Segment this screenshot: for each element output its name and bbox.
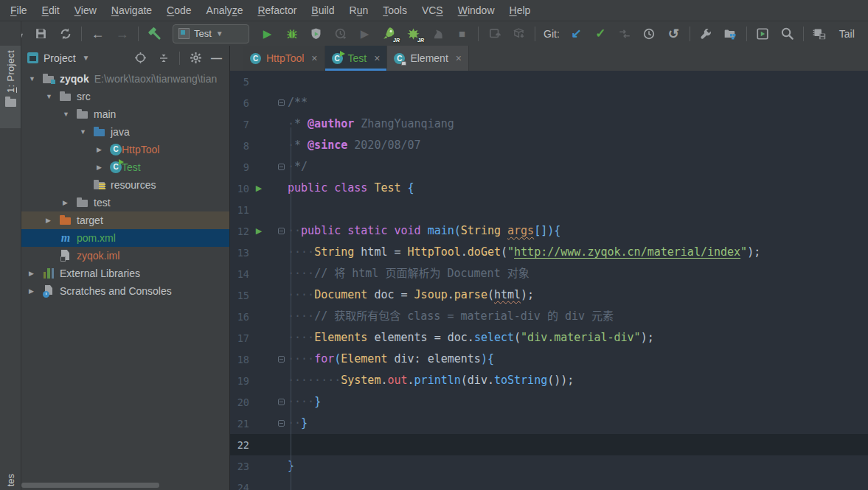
expand-arrow-icon[interactable]: ▼ <box>43 93 59 100</box>
tree-item-src[interactable]: ▼src <box>21 88 229 105</box>
fold-marker-icon[interactable] <box>278 420 285 427</box>
stripe-favorites-button[interactable]: tes <box>0 471 21 490</box>
menu-edit[interactable]: Edit <box>35 1 67 21</box>
tree-item-httptool[interactable]: ▶CHttpTool <box>21 141 229 158</box>
git-commit-icon[interactable]: ✓ <box>588 24 613 43</box>
code-editor[interactable]: 56/**7·* @author ZhangYuanqiang8·* @sinc… <box>230 71 868 490</box>
collapse-all-icon[interactable] <box>156 49 172 68</box>
line-number: 6 <box>230 97 249 109</box>
close-icon[interactable]: × <box>456 52 462 64</box>
line-number: 24 <box>230 482 249 490</box>
git-update-icon[interactable]: ↙ <box>564 24 588 43</box>
menu-build[interactable]: Build <box>304 1 341 21</box>
tree-item-label: java <box>111 126 130 138</box>
jrebel-run-icon[interactable]: JR <box>377 24 401 43</box>
menu-run[interactable]: Run <box>342 1 376 21</box>
locate-file-icon[interactable] <box>132 49 148 68</box>
expand-arrow-icon[interactable]: ▶ <box>26 287 42 295</box>
tree-item-java[interactable]: ▼java <box>21 123 229 141</box>
fold-marker-icon[interactable] <box>278 164 285 170</box>
code-line: 17····Elements elements = doc.select("di… <box>230 327 868 349</box>
expand-arrow-icon[interactable]: ▶ <box>94 146 110 153</box>
fold-marker-icon[interactable] <box>278 356 285 363</box>
project-hscrollbar[interactable] <box>21 483 159 488</box>
build-hammer-icon[interactable] <box>142 24 167 43</box>
tab-label: HttpTool <box>266 52 304 64</box>
tab-element[interactable]: CElement× <box>387 46 469 71</box>
git-rollback-icon[interactable]: ↺ <box>662 24 686 43</box>
code-line: 22 <box>230 434 868 455</box>
tree-item-zyqok[interactable]: ▼zyqokE:\work\taoxi\tianwang\tian <box>21 70 229 88</box>
fold-marker-icon[interactable] <box>278 399 285 405</box>
stop-icon: ■ <box>450 24 474 43</box>
expand-arrow-icon[interactable]: ▼ <box>60 111 76 118</box>
expand-arrow-icon[interactable]: ▼ <box>26 75 42 83</box>
synchronize-icon[interactable] <box>53 24 77 43</box>
code-line: 15····Document doc = Jsoup.parse(html); <box>230 284 868 306</box>
expand-arrow-icon[interactable]: ▶ <box>43 217 59 224</box>
run-icon[interactable]: ▶ <box>255 24 280 43</box>
git-label: Git: <box>544 28 560 40</box>
tab-httptool[interactable]: CHttpTool× <box>243 46 325 71</box>
git-history-icon[interactable] <box>637 24 662 43</box>
debug-icon[interactable] <box>280 24 304 43</box>
menu-tools[interactable]: Tools <box>375 1 414 21</box>
wrench-settings-icon[interactable] <box>694 24 718 43</box>
run-with-coverage-icon[interactable] <box>304 24 328 43</box>
rerun-disabled-icon <box>426 24 450 43</box>
menu-bar: FileEditViewNavigateCodeAnalyzeRefactorB… <box>0 0 868 21</box>
close-icon[interactable]: × <box>374 52 380 64</box>
fold-marker-icon[interactable] <box>278 99 285 106</box>
save-all-icon[interactable] <box>29 24 53 43</box>
run-gutter[interactable]: ▶ <box>249 183 268 193</box>
project-view-icon <box>27 52 38 63</box>
menu-vcs[interactable]: VCS <box>414 1 451 21</box>
toolbar-separator <box>138 27 139 41</box>
project-view-selector[interactable]: Project ▼ <box>27 52 89 64</box>
menu-code[interactable]: Code <box>159 1 198 21</box>
tree-item-main[interactable]: ▼main <box>21 105 229 123</box>
run-anything-icon[interactable] <box>751 24 775 43</box>
hide-panel-icon[interactable]: — <box>211 52 222 63</box>
menu-file[interactable]: File <box>3 1 35 21</box>
tree-item-scratches-and-consoles[interactable]: ▶Scratches and Consoles <box>21 282 229 300</box>
menu-refactor[interactable]: Refactor <box>250 1 304 21</box>
gear-icon[interactable] <box>187 49 204 68</box>
expand-arrow-icon[interactable]: ▶ <box>60 199 76 206</box>
code-line: 19········System.out.println(div.toStrin… <box>230 370 868 391</box>
search-everywhere-icon[interactable] <box>775 24 799 43</box>
tree-item-label: src <box>77 91 91 102</box>
menu-navigate[interactable]: Navigate <box>104 1 159 21</box>
project-structure-icon[interactable] <box>718 24 743 43</box>
menu-analyze[interactable]: Analyze <box>199 1 251 21</box>
tree-item-pom-xml[interactable]: mpom.xml <box>21 229 229 247</box>
tree-item-resources[interactable]: resources <box>21 176 229 194</box>
tree-item-target[interactable]: ▶target <box>21 211 229 229</box>
menu-window[interactable]: Window <box>451 1 502 21</box>
expand-arrow-icon[interactable]: ▶ <box>94 164 110 171</box>
expand-arrow-icon[interactable]: ▶ <box>26 270 42 277</box>
code-line-text: /** <box>288 92 308 113</box>
close-icon[interactable]: × <box>311 52 317 64</box>
tree-item-test[interactable]: ▶CTest <box>21 158 229 176</box>
jrebel-debug-icon[interactable]: JR <box>401 24 426 43</box>
tail-settings-icon[interactable] <box>808 24 832 43</box>
code-line: 18····for(Element div: elements){ <box>230 349 868 370</box>
code-line: 7·* @author ZhangYuanqiang <box>230 113 868 135</box>
expand-arrow-icon[interactable]: ▼ <box>77 128 93 136</box>
tree-item-external-libraries[interactable]: ▶External Libraries <box>21 265 229 282</box>
code-line: 23} <box>230 455 868 477</box>
back-icon[interactable]: ← <box>86 24 110 43</box>
tab-test[interactable]: CTest× <box>325 46 388 71</box>
tree-item-zyqok-iml[interactable]: zyqok.iml <box>21 247 229 265</box>
menu-view[interactable]: View <box>67 1 104 21</box>
menu-help[interactable]: Help <box>502 1 538 21</box>
tail-label[interactable]: Tail <box>839 28 855 40</box>
run-config-selector[interactable]: Test ▼ <box>173 24 249 43</box>
code-line-text: ····for(Element div: elements){ <box>288 349 494 370</box>
code-line-text: ········System.out.println(div.toString(… <box>288 370 574 391</box>
tree-item-test[interactable]: ▶test <box>21 194 229 211</box>
stripe-project-button[interactable]: 1: Project <box>0 46 21 128</box>
fold-marker-icon[interactable] <box>278 228 285 234</box>
run-gutter[interactable]: ▶ <box>249 226 268 236</box>
